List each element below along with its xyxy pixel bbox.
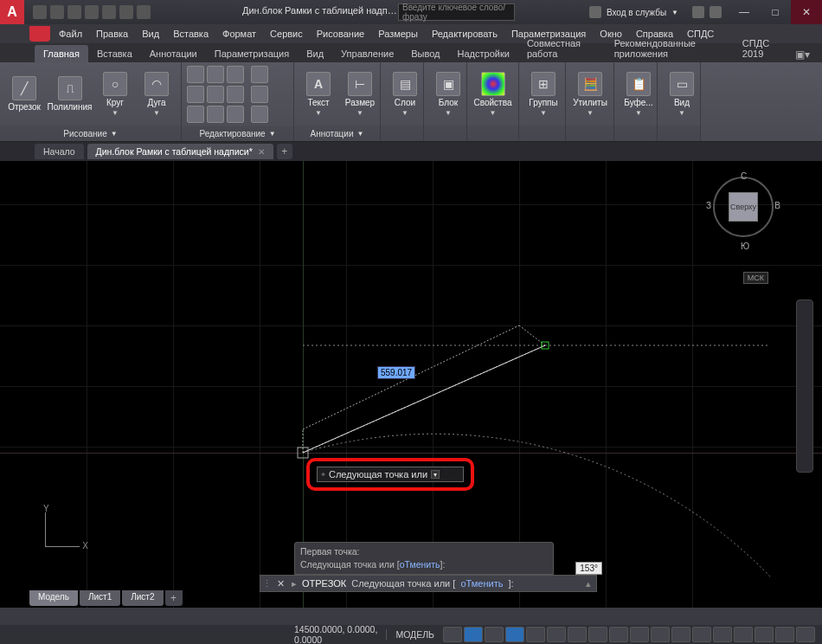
command-history[interactable]: Первая точка: Следующая точка или [оТмен… bbox=[294, 542, 554, 575]
ribbon-tab-annot[interactable]: Аннотации bbox=[141, 45, 206, 62]
close-cmd-icon[interactable]: ✕ bbox=[273, 578, 288, 589]
app-icon[interactable]: A bbox=[0, 0, 24, 24]
layout-tab-sheet2[interactable]: Лист2 bbox=[122, 590, 163, 606]
menu-insert[interactable]: Вставка bbox=[166, 26, 215, 42]
dynamic-input[interactable]: ⌖ Следующая точка или ▾ bbox=[317, 467, 464, 482]
layout-tab-sheet1[interactable]: Лист1 bbox=[80, 590, 120, 606]
help-icon[interactable] bbox=[710, 6, 722, 18]
maximize-button[interactable]: □ bbox=[760, 0, 791, 24]
tool-circle-button[interactable]: ○Круг▼ bbox=[96, 70, 134, 119]
tool-block-button[interactable]: ▣Блок▼ bbox=[429, 70, 467, 119]
tool-text-button[interactable]: AТекст▼ bbox=[299, 70, 337, 119]
tool-polyline-button[interactable]: ⎍Полилиния bbox=[47, 74, 93, 113]
close-button[interactable]: ✕ bbox=[791, 0, 822, 24]
close-icon[interactable]: ✕ bbox=[258, 147, 265, 157]
tool-offset-icon[interactable] bbox=[251, 106, 268, 123]
tool-explode-icon[interactable] bbox=[251, 86, 268, 103]
tool-groups-button[interactable]: ⊞Группы▼ bbox=[524, 70, 562, 119]
menu-modify[interactable]: Редактировать bbox=[425, 26, 504, 42]
wcs-label[interactable]: МСК bbox=[743, 272, 768, 284]
tool-utilities-button[interactable]: 🧮Утилиты▼ bbox=[571, 70, 609, 119]
recent-commands-icon[interactable]: ▴ bbox=[586, 578, 596, 589]
sign-in-button[interactable]: Вход в службы ▼ bbox=[582, 6, 685, 18]
ribbon-tab-collab[interactable]: Совместная работа bbox=[518, 35, 606, 62]
units-icon[interactable] bbox=[692, 627, 711, 642]
menu-file[interactable]: Файл bbox=[52, 26, 89, 42]
qat-save-icon[interactable] bbox=[67, 5, 81, 19]
ucs-icon[interactable]: Y X bbox=[36, 504, 88, 556]
ortho-toggle-icon[interactable] bbox=[485, 627, 504, 642]
tool-line-button[interactable]: ╱Отрезок bbox=[5, 74, 43, 113]
ribbon-tab-param[interactable]: Параметризация bbox=[206, 45, 298, 62]
drag-handle-icon[interactable]: ⋮ bbox=[260, 578, 273, 589]
new-tab-button[interactable]: + bbox=[277, 144, 292, 159]
space-label[interactable]: МОДЕЛЬ bbox=[386, 629, 443, 640]
grid-toggle-icon[interactable] bbox=[443, 627, 462, 642]
qat-open-icon[interactable] bbox=[50, 5, 64, 19]
ribbon-tab-output[interactable]: Вывод bbox=[402, 45, 448, 62]
qat-saveas-icon[interactable] bbox=[85, 5, 99, 19]
search-input[interactable]: Введите ключевое слово/фразу bbox=[398, 3, 515, 21]
minimize-button[interactable]: — bbox=[729, 0, 760, 24]
qat-plot-icon[interactable] bbox=[102, 5, 116, 19]
panel-title-draw[interactable]: Рисование▼ bbox=[0, 126, 181, 141]
dynamic-dimension[interactable]: 559.017 bbox=[377, 366, 415, 379]
tool-arc-button[interactable]: ◠Дуга▼ bbox=[138, 70, 176, 119]
customize-icon[interactable] bbox=[796, 627, 815, 642]
menu-format[interactable]: Формат bbox=[215, 26, 263, 42]
annoscale-icon[interactable] bbox=[630, 627, 649, 642]
tool-array-icon[interactable] bbox=[227, 106, 244, 123]
tool-mirror-icon[interactable] bbox=[207, 86, 224, 103]
qat-undo-icon[interactable] bbox=[119, 5, 133, 19]
panel-title-annot[interactable]: Аннотации▼ bbox=[294, 126, 380, 141]
snap-toggle-icon[interactable] bbox=[464, 627, 483, 642]
tool-copy-icon[interactable] bbox=[187, 86, 204, 103]
tool-clipboard-button[interactable]: 📋Буфе...▼ bbox=[620, 70, 658, 119]
navigation-bar[interactable] bbox=[796, 299, 813, 473]
qat-new-icon[interactable] bbox=[33, 5, 47, 19]
view-cube[interactable]: Сверху С Ю З В bbox=[713, 177, 774, 237]
command-line[interactable]: ⋮ ✕ ▸ ОТРЕЗОК Следующая точка или [оТмен… bbox=[260, 575, 597, 592]
polar-toggle-icon[interactable] bbox=[505, 627, 524, 642]
drawing-canvas[interactable]: /* grid drawn via JS below would be heav… bbox=[0, 161, 822, 608]
doc-tab-current[interactable]: Дин.блок Рамки с таблицей надписи*✕ bbox=[87, 144, 273, 159]
panel-title-modify[interactable]: Редактирование▼ bbox=[182, 126, 293, 141]
ribbon-tab-view[interactable]: Вид bbox=[298, 45, 332, 62]
tool-dimension-button[interactable]: ⊢Размер▼ bbox=[341, 70, 379, 119]
menu-edit[interactable]: Правка bbox=[89, 26, 135, 42]
tool-trim-icon[interactable] bbox=[227, 66, 244, 83]
annomonitor-icon[interactable] bbox=[671, 627, 690, 642]
transparency-toggle-icon[interactable] bbox=[588, 627, 607, 642]
tool-scale-icon[interactable] bbox=[207, 106, 224, 123]
ribbon-tab-insert[interactable]: Вставка bbox=[88, 45, 141, 62]
isolate-icon[interactable] bbox=[734, 627, 753, 642]
add-layout-button[interactable]: + bbox=[165, 590, 183, 606]
qat-redo-icon[interactable] bbox=[137, 5, 151, 19]
ribbon-tab-featured[interactable]: Рекомендованные приложения bbox=[606, 35, 734, 62]
quickprops-icon[interactable] bbox=[713, 627, 732, 642]
tool-stretch-icon[interactable] bbox=[187, 106, 204, 123]
app-menu-dropdown[interactable] bbox=[29, 26, 50, 42]
tool-view-button[interactable]: ▭Вид▼ bbox=[663, 70, 701, 119]
tool-rotate-icon[interactable] bbox=[207, 66, 224, 83]
ribbon-tab-spds[interactable]: СПДС 2019 bbox=[734, 35, 792, 62]
tool-move-icon[interactable] bbox=[187, 66, 204, 83]
doc-tab-start[interactable]: Начало bbox=[35, 144, 84, 159]
exchange-icon[interactable] bbox=[692, 6, 704, 18]
tool-erase-icon[interactable] bbox=[251, 66, 268, 83]
tool-layers-button[interactable]: ▤Слои▼ bbox=[386, 70, 424, 119]
options-icon[interactable]: ▾ bbox=[431, 470, 440, 479]
otrack-toggle-icon[interactable] bbox=[547, 627, 566, 642]
layout-tab-model[interactable]: Модель bbox=[29, 590, 78, 606]
cleanscreen-icon[interactable] bbox=[775, 627, 794, 642]
ribbon-tab-addins[interactable]: Надстройки bbox=[449, 45, 518, 62]
workspace-icon[interactable] bbox=[651, 627, 670, 642]
ribbon-tab-home[interactable]: Главная bbox=[35, 45, 88, 62]
coordinates-readout[interactable]: 14500.0000, 0.0000, 0.0000 bbox=[0, 624, 386, 644]
ribbon-tab-manage[interactable]: Управление bbox=[332, 45, 402, 62]
lineweight-toggle-icon[interactable] bbox=[568, 627, 587, 642]
cycling-toggle-icon[interactable] bbox=[609, 627, 628, 642]
hardware-accel-icon[interactable] bbox=[755, 627, 774, 642]
tool-properties-button[interactable]: Свойства▼ bbox=[472, 70, 513, 119]
menu-draw[interactable]: Рисование bbox=[310, 26, 371, 42]
